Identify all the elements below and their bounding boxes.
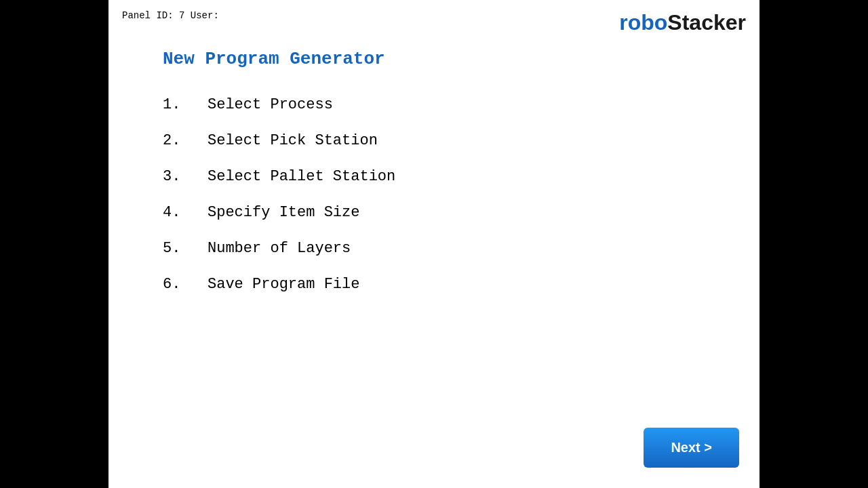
step-number: 1. Select Process [163,96,333,113]
panel-info: Panel ID: 7 User: [122,7,219,21]
step-number: 6. Save Program File [163,276,359,293]
step-list: 1. Select Process 2. Select Pick Station… [163,89,705,300]
list-item: 3. Select Pallet Station [163,161,705,192]
list-item: 6. Save Program File [163,269,705,300]
logo: roboStacker [619,7,746,35]
step-number: 5. Number of Layers [163,240,351,257]
step-number: 3. Select Pallet Station [163,168,395,185]
header: Panel ID: 7 User: roboStacker [108,0,760,35]
logo-stacker: Stacker [667,10,746,35]
list-item: 1. Select Process [163,89,705,120]
next-button[interactable]: Next > [644,428,739,468]
step-number: 2. Select Pick Station [163,132,378,149]
main-screen: Panel ID: 7 User: roboStacker New Progra… [108,0,760,488]
content-area: New Program Generator 1. Select Process … [108,35,760,421]
logo-robo: robo [619,10,667,35]
step-number: 4. Specify Item Size [163,204,359,221]
list-item: 5. Number of Layers [163,233,705,264]
footer: Next > [108,421,760,488]
list-item: 2. Select Pick Station [163,125,705,156]
page-title: New Program Generator [163,49,705,69]
list-item: 4. Specify Item Size [163,197,705,228]
next-button-label: Next > [671,440,712,455]
